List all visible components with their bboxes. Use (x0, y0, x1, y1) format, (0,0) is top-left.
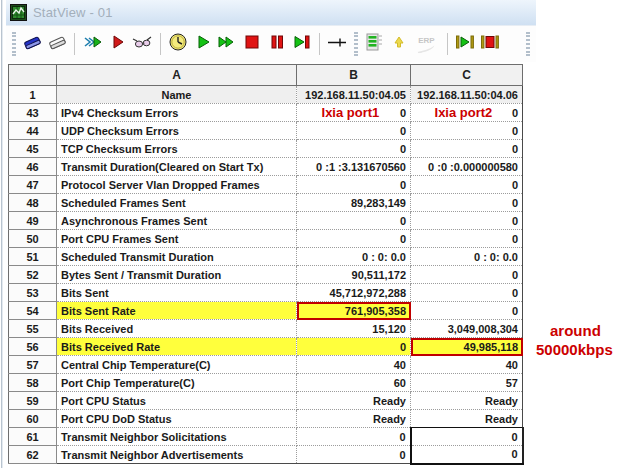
cell-c[interactable]: 57 (411, 374, 523, 392)
cell-b[interactable]: 40 (297, 356, 411, 374)
cell-c[interactable]: 0 :0 :0.000000580 (411, 158, 523, 176)
cell-c[interactable]: 3,049,008,304 (411, 320, 523, 338)
cell-b[interactable]: 0 (297, 446, 411, 464)
cell-a[interactable]: UDP Checksum Errors (57, 122, 297, 140)
row-number[interactable]: 55 (9, 320, 57, 338)
cell-a[interactable]: IPv4 Checksum Errors (57, 104, 297, 122)
cell-c[interactable]: 0 (411, 176, 523, 194)
cell-c[interactable]: Ready (411, 410, 523, 428)
cell-b[interactable]: 192.168.11.50:04.05 (297, 86, 411, 104)
cell-c[interactable]: 0 (411, 428, 523, 446)
cell-a[interactable]: Bits Received Rate (57, 338, 297, 356)
cell-b[interactable]: 0 :1 :3.131670560 (297, 158, 411, 176)
row-number[interactable]: 58 (9, 374, 57, 392)
cell-c[interactable]: 0 (411, 446, 523, 464)
cell-a[interactable]: Bits Received (57, 320, 297, 338)
cell-c[interactable]: 49,985,118 (411, 338, 523, 356)
cell-c[interactable]: Ready (411, 392, 523, 410)
cell-b[interactable]: Ixia port10 (297, 104, 411, 122)
cell-b[interactable]: 0 (297, 428, 411, 446)
cell-b[interactable]: 0 (297, 140, 411, 158)
cell-b[interactable]: 0 (297, 122, 411, 140)
cell-c[interactable]: 0 : 0: 0.0 (411, 248, 523, 266)
fast-run-button[interactable] (216, 32, 239, 56)
cell-c[interactable]: 0 (411, 122, 523, 140)
cell-a[interactable]: Port CPU Status (57, 392, 297, 410)
cell-a[interactable]: Scheduled Transmit Duration (57, 248, 297, 266)
cell-a[interactable]: Bits Sent Rate (57, 302, 297, 320)
cell-a[interactable]: Name (57, 86, 297, 104)
row-number[interactable]: 53 (9, 284, 57, 302)
cell-b[interactable]: Ready (297, 392, 411, 410)
row-number[interactable]: 48 (9, 194, 57, 212)
row-number[interactable]: 59 (9, 392, 57, 410)
cell-a[interactable]: Asynchronous Frames Sent (57, 212, 297, 230)
cell-a[interactable]: Scheduled Frames Sent (57, 194, 297, 212)
row-number[interactable]: 54 (9, 302, 57, 320)
capture-start-button[interactable] (454, 32, 477, 56)
cell-b[interactable]: 0 : 0: 0.0 (297, 248, 411, 266)
row-number[interactable]: 51 (9, 248, 57, 266)
cell-c[interactable]: 0 (411, 284, 523, 302)
attach-port-button[interactable] (81, 32, 104, 56)
cell-c[interactable]: 0 (411, 140, 523, 158)
capture-stop-button[interactable] (478, 32, 501, 56)
cell-b[interactable]: 89,283,149 (297, 194, 411, 212)
row-number[interactable]: 62 (9, 446, 57, 464)
cell-b[interactable]: 0 (297, 212, 411, 230)
clear-all-statistics-button[interactable] (46, 32, 69, 56)
toolbar-gripper[interactable] (526, 32, 530, 56)
monitor-port-button[interactable] (106, 32, 129, 56)
cell-a[interactable]: Transmit Neighbor Advertisements (57, 446, 297, 464)
column-header-c[interactable]: C (411, 65, 523, 86)
view-statistics-button[interactable] (131, 32, 154, 56)
row-number[interactable]: 1 (9, 86, 57, 104)
row-number[interactable]: 56 (9, 338, 57, 356)
stop-transmit-button[interactable] (241, 32, 264, 56)
step-transmit-button[interactable] (290, 32, 313, 56)
row-number[interactable]: 49 (9, 212, 57, 230)
cell-a[interactable]: Bits Sent (57, 284, 297, 302)
cell-b[interactable]: Ready (297, 410, 411, 428)
row-number[interactable]: 46 (9, 158, 57, 176)
column-header-a[interactable]: A (57, 65, 297, 86)
cell-a[interactable]: Protocol Server Vlan Dropped Frames (57, 176, 297, 194)
pause-transmit-button[interactable] (266, 32, 289, 56)
cell-a[interactable]: Transmit Neighbor Solicitations (57, 428, 297, 446)
timed-run-button[interactable] (167, 32, 190, 56)
toolbar-gripper[interactable] (12, 32, 16, 56)
cell-a[interactable]: Port CPU Frames Sent (57, 230, 297, 248)
toolbar-gripper[interactable] (354, 32, 358, 56)
cell-c[interactable]: 40 (411, 356, 523, 374)
cell-a[interactable]: Transmit Duration(Cleared on Start Tx) (57, 158, 297, 176)
cell-c[interactable]: Ixia port20 (411, 104, 523, 122)
cell-a[interactable]: Port CPU DoD Status (57, 410, 297, 428)
cell-a[interactable]: Bytes Sent / Transmit Duration (57, 266, 297, 284)
row-number[interactable]: 47 (9, 176, 57, 194)
cell-a[interactable]: Central Chip Temperature(C) (57, 356, 297, 374)
title-bar[interactable]: StatView - 01 (6, 0, 536, 26)
cell-c[interactable]: 0 (411, 302, 523, 320)
erp-button[interactable]: ERP (412, 32, 440, 56)
row-number[interactable]: 57 (9, 356, 57, 374)
cell-b[interactable]: 15,120 (297, 320, 411, 338)
row-number[interactable]: 44 (9, 122, 57, 140)
row-number[interactable]: 50 (9, 230, 57, 248)
cell-a[interactable]: Port Chip Temperature(C) (57, 374, 297, 392)
cell-b[interactable]: 60 (297, 374, 411, 392)
cell-b[interactable]: 761,905,358 (297, 302, 411, 320)
cell-c[interactable]: 0 (411, 230, 523, 248)
row-number[interactable]: 60 (9, 410, 57, 428)
cell-c[interactable]: 192.168.11.50:04.06 (411, 86, 523, 104)
cell-c[interactable]: 0 (411, 194, 523, 212)
stat-table-view-button[interactable] (363, 32, 386, 56)
row-number[interactable]: 61 (9, 428, 57, 446)
row-number[interactable]: 45 (9, 140, 57, 158)
cell-b[interactable]: 0 (297, 230, 411, 248)
cell-a[interactable]: TCP Checksum Errors (57, 140, 297, 158)
column-header-b[interactable]: B (297, 65, 411, 86)
cell-b[interactable]: 45,712,972,288 (297, 284, 411, 302)
cell-b[interactable]: 0 (297, 338, 411, 356)
cell-b[interactable]: 0 (297, 176, 411, 194)
start-transmit-button[interactable] (191, 32, 214, 56)
